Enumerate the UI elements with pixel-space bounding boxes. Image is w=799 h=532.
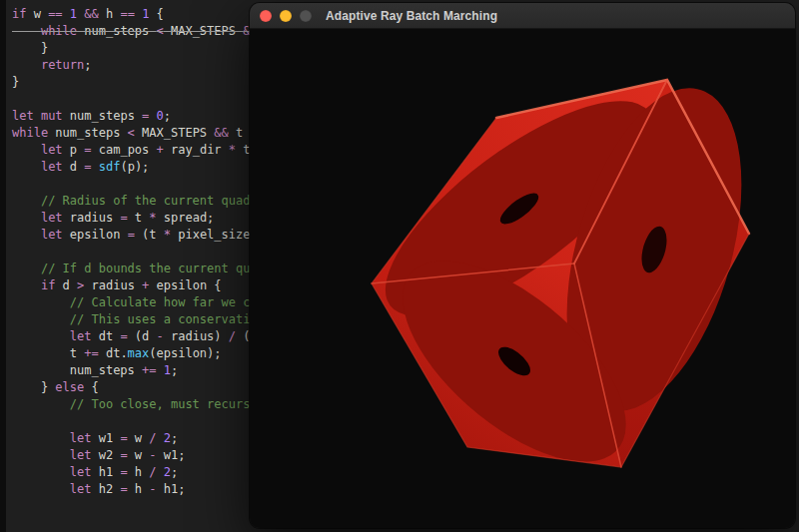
cube-3d-render [250, 29, 795, 528]
window-titlebar[interactable]: Adaptive Ray Batch Marching [250, 3, 795, 29]
window-title: Adaptive Ray Batch Marching [326, 9, 497, 23]
zoom-button[interactable] [300, 10, 312, 22]
desktop: if w == 1 && h == 1 { while num_steps < … [0, 0, 799, 532]
editor-left-edge [0, 0, 6, 532]
minimize-button[interactable] [280, 10, 292, 22]
render-viewport [250, 29, 795, 528]
traffic-lights [250, 10, 312, 22]
app-window: Adaptive Ray Batch Marching [250, 3, 795, 528]
close-button[interactable] [260, 10, 272, 22]
